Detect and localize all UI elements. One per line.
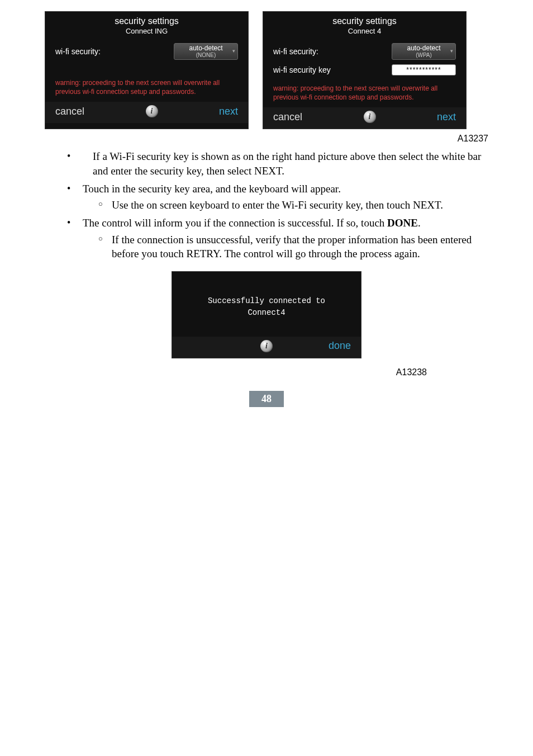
cancel-button[interactable]: cancel (273, 111, 302, 123)
screen-title: security settings (263, 12, 466, 27)
security-dropdown[interactable]: auto-detect (WPA) ▾ (392, 43, 456, 60)
bullet-text: Touch in the security key area, and the … (83, 183, 341, 195)
screen-title: security settings (45, 12, 248, 27)
dropdown-main: auto-detect (177, 45, 235, 52)
instruction-list: If a Wi-Fi security key is shown as on t… (45, 149, 488, 261)
bullet-text: If a Wi-Fi security key is shown as on t… (93, 150, 481, 177)
screen-subtitle: Connect ING (45, 27, 248, 41)
success-line2: Connect4 (183, 307, 350, 319)
cancel-button[interactable]: cancel (55, 106, 84, 117)
security-row: wi-fi security: auto-detect (WPA) ▾ (263, 41, 466, 62)
list-item: The control will inform you if the conne… (67, 216, 488, 261)
chevron-down-icon: ▾ (232, 49, 235, 54)
chevron-down-icon: ▾ (450, 49, 453, 54)
bullet-text-b: . (418, 217, 421, 229)
done-button[interactable]: done (329, 340, 351, 352)
info-icon[interactable]: i (260, 340, 273, 352)
success-line1: Successfully connected to (183, 295, 350, 307)
list-item: Use the on screen keyboard to enter the … (98, 198, 488, 212)
page-number-wrap: 48 (45, 391, 488, 407)
info-icon[interactable]: i (364, 111, 376, 123)
warning-text: warning: proceeding to the next screen w… (45, 72, 248, 102)
list-item: Touch in the security key area, and the … (67, 182, 488, 212)
security-key-row: wi-fi security key *********** (263, 62, 466, 78)
dropdown-sub: (NONE) (177, 52, 235, 58)
bullet-bold: DONE (387, 217, 418, 229)
dropdown-main: auto-detect (394, 45, 453, 52)
sub-list: If the connection is unsuccessful, verif… (83, 233, 488, 261)
next-button[interactable]: next (219, 106, 238, 117)
info-icon[interactable]: i (146, 105, 158, 117)
bullet-text: If the connection is unsuccessful, verif… (112, 234, 472, 260)
list-item: If the connection is unsuccessful, verif… (98, 233, 488, 261)
bullet-text: Use the on screen keyboard to enter the … (112, 199, 443, 211)
device-screen-success: Successfully connected to Connect4 i don… (172, 271, 361, 358)
device-screen-left: security settings Connect ING wi-fi secu… (45, 11, 249, 129)
screen-subtitle: Connect 4 (263, 27, 466, 41)
device-screen-right: security settings Connect 4 wi-fi securi… (263, 11, 467, 129)
figure-id: A13237 (45, 134, 488, 144)
security-key-input[interactable]: *********** (392, 64, 456, 75)
dropdown-sub: (WPA) (394, 52, 453, 58)
warning-text: warning: proceeding to the next screen w… (263, 78, 466, 107)
security-screenshots-row: security settings Connect ING wi-fi secu… (45, 11, 488, 129)
wifi-key-label: wi-fi security key (273, 65, 331, 74)
list-item: If a Wi-Fi security key is shown as on t… (67, 149, 488, 178)
sub-list: Use the on screen keyboard to enter the … (83, 198, 488, 212)
success-screenshot-wrap: Successfully connected to Connect4 i don… (45, 271, 488, 358)
bottom-bar: cancel i next (263, 107, 466, 129)
security-row: wi-fi security: auto-detect (NONE) ▾ (45, 41, 248, 62)
bottom-bar: i done (172, 337, 361, 358)
next-button[interactable]: next (437, 111, 456, 123)
security-dropdown[interactable]: auto-detect (NONE) ▾ (174, 43, 238, 60)
page-number: 48 (249, 391, 284, 407)
wifi-security-label: wi-fi security: (55, 47, 101, 56)
figure-id: A13238 (45, 367, 488, 377)
wifi-security-label: wi-fi security: (273, 47, 318, 56)
bottom-bar: cancel i next (45, 102, 248, 123)
success-message: Successfully connected to Connect4 (172, 272, 361, 337)
bullet-text-a: The control will inform you if the conne… (83, 217, 387, 229)
